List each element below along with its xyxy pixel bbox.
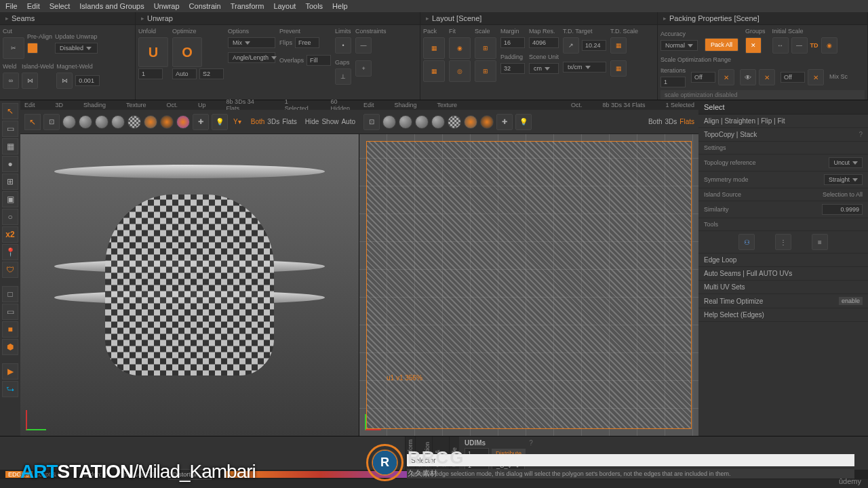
box-tool-icon[interactable]: □ [2,286,18,302]
autoseams-row[interactable]: Auto Seams | Full AUTO UVs [698,267,868,281]
menu-unwrap[interactable]: Unwrap [154,2,180,10]
packall-button[interactable]: Pack All [705,38,738,52]
cursor-icon[interactable]: ↖ [24,114,41,130]
seltoall-btn[interactable]: Selection to All [823,191,863,198]
rect-tool-icon[interactable]: ▭ [2,121,18,137]
eye1-icon[interactable]: 👁 [740,69,756,85]
align-row[interactable]: Align | Straighten | Flip | Fit [698,115,868,128]
uv-cross-icon[interactable]: ✚ [496,114,513,130]
crosshair-icon[interactable]: ✚ [193,114,209,130]
gaps-btn[interactable]: ⊥ [335,68,351,85]
helpsel-row[interactable]: Help Select (Edges) [698,308,868,322]
mesh-tool-icon[interactable]: ⊞ [2,174,18,190]
shade-sphere3-icon[interactable] [95,115,108,129]
both-tab[interactable]: Both [251,118,265,125]
tdtarget-val[interactable]: 10.24 [582,40,606,51]
weld-button[interactable]: ∞ [3,73,19,89]
frame-icon[interactable]: ⊡ [43,114,60,130]
shade-orange1-icon[interactable] [144,115,157,129]
groups-x-button[interactable]: ✕ [745,37,762,54]
sceneunit-dropdown[interactable]: cm [529,63,559,74]
x2-tool-icon[interactable]: x2 [2,226,18,243]
pack-grid-button[interactable]: ▦ [423,37,445,59]
unfold-val[interactable]: 1 [138,68,163,79]
accuracy-dropdown[interactable]: Normal [660,40,698,51]
fill-tool-icon[interactable]: ■ [2,321,18,338]
menu-islands[interactable]: Islands and Groups [79,2,144,10]
off2[interactable]: Off [781,72,805,83]
uv-checker-icon[interactable] [448,115,461,129]
selector-search-input[interactable]: Selector [407,454,854,466]
grid-tool-icon[interactable]: ▦ [2,138,18,155]
toporef-dropdown[interactable]: Uncut [829,157,863,168]
topocopy-row[interactable]: TopoCopy | Stack? [698,128,868,142]
edgeloop-row[interactable]: Edge Loop [698,253,868,267]
tdscale2-button[interactable]: ▦ [610,60,627,77]
s2-val[interactable]: S2 [199,68,224,79]
tool3-icon[interactable]: ≡ [812,234,828,250]
arrow-tool-icon[interactable]: ↖ [2,103,18,119]
hide-btn[interactable]: Hide [305,118,319,125]
uv-sphere4-icon[interactable] [431,115,445,129]
fit2-button[interactable]: ◎ [449,60,471,82]
constraint-btn2[interactable]: + [355,60,372,77]
menu-transform[interactable]: Transform [231,2,264,10]
menu-constrain[interactable]: Constrain [189,2,221,10]
symmode-dropdown[interactable]: Straight [824,174,863,185]
unfold-button[interactable]: U [138,37,168,67]
shade-sphere1-icon[interactable] [62,115,76,129]
uv-sphere2-icon[interactable] [399,115,412,129]
overlaps-val[interactable]: Fill [307,55,331,66]
x1-button[interactable]: ✕ [718,69,734,85]
uv-3ds-tab[interactable]: 3Ds [665,118,677,125]
menu-select[interactable]: Select [50,2,71,10]
auto-val[interactable]: Auto [172,68,197,79]
pin-tool-icon[interactable]: 📍 [2,244,18,260]
shade-sphere2-icon[interactable] [79,115,92,129]
chevron-icon[interactable]: ▸ [426,15,429,22]
shade-multi-icon[interactable] [176,115,190,129]
uv-flats-tab[interactable]: Flats [679,118,694,125]
margin-val[interactable]: 16 [500,37,525,48]
td-button[interactable]: ◉ [821,37,837,54]
auto-btn[interactable]: Auto [341,118,355,125]
menu-edit[interactable]: Edit [27,2,40,10]
pack-grid2-button[interactable]: ▦ [423,60,445,82]
chevron-icon[interactable]: ▸ [5,15,9,22]
islandweld-button[interactable]: ⋈ [22,73,38,89]
light-icon[interactable]: 💡 [212,114,228,130]
initscale-btn1[interactable]: ↔ [772,37,789,54]
padding-val[interactable]: 32 [500,63,525,74]
hex-tool-icon[interactable]: ⬢ [2,339,18,355]
rect2-tool-icon[interactable]: ▭ [2,304,18,320]
hierarchy-icon[interactable]: ⚇ [738,234,755,250]
tdtarget-picker[interactable]: ↗ [563,37,579,54]
optimize-button[interactable]: O [172,37,202,67]
circle-tool-icon[interactable]: ○ [2,209,18,225]
flats-tab[interactable]: Flats [282,118,297,125]
texunit-dropdown[interactable]: tx/cm [563,62,606,73]
uv-both-tab[interactable]: Both [648,118,663,125]
chevron-icon[interactable]: ▸ [141,15,144,22]
viewport-uv[interactable]: u1 v1 356% [359,134,698,436]
select-header[interactable]: Select [698,100,868,115]
flips-val[interactable]: Free [295,37,319,48]
chevron-icon[interactable]: ▸ [663,15,667,22]
fit-button[interactable]: ◉ [449,37,471,59]
shade-sphere4-icon[interactable] [111,115,125,129]
constraint-btn1[interactable]: — [355,37,372,54]
poly-tool-icon[interactable]: ▣ [2,191,18,207]
tool2-icon[interactable]: ⋮ [775,234,791,250]
menu-tools[interactable]: Tools [305,2,323,10]
y-label[interactable]: Y▾ [233,118,241,125]
sphere-tool-icon[interactable]: ● [2,156,18,172]
uv-orange1-icon[interactable] [464,115,477,129]
uv-orange2-icon[interactable] [480,115,494,129]
tdscale-button[interactable]: ▦ [610,37,627,54]
limits-btn1[interactable]: • [335,37,351,54]
menu-file[interactable]: File [5,2,18,10]
similarity-val[interactable]: 0.9999 [822,204,863,215]
iter-val[interactable]: 1 [660,77,686,87]
scale2-button[interactable]: ⊞ [475,60,496,82]
menu-help[interactable]: Help [332,2,348,10]
